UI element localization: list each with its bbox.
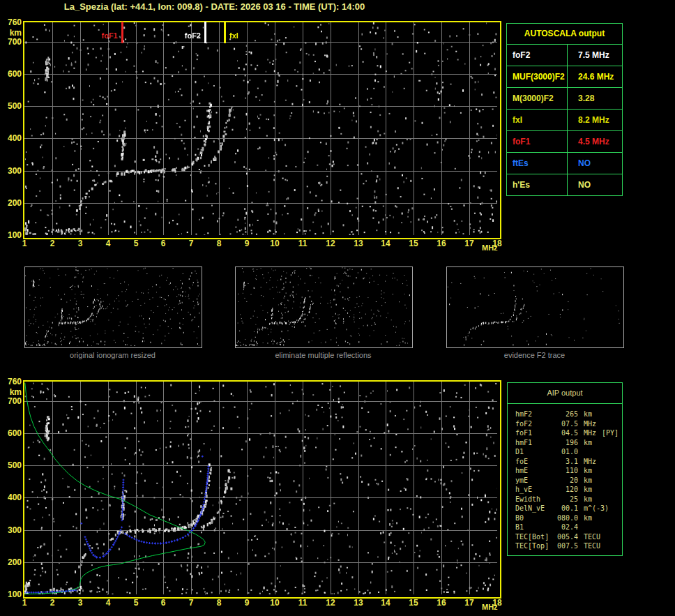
profile-x-tick-label: 16 bbox=[437, 598, 446, 608]
aip-row-label: B1 bbox=[515, 523, 554, 532]
aip-row-value: 3.1 bbox=[554, 457, 578, 467]
profile-x-tick-label: 13 bbox=[354, 598, 363, 608]
ionogram-x-tick-label: 3 bbox=[78, 239, 83, 248]
autoscala-row-label: foF1 bbox=[507, 131, 568, 152]
profile-y-tick-label: 500 bbox=[1, 460, 22, 470]
autoscala-row-value: 8.2 MHz bbox=[568, 110, 622, 130]
autoscala-row-label: MUF(3000)F2 bbox=[507, 66, 568, 87]
profile-x-tick-label: 6 bbox=[161, 598, 166, 608]
thumbnail-f2-trace-canvas bbox=[447, 267, 622, 346]
profile-x-tick-label: 15 bbox=[409, 598, 418, 608]
aip-row-label: foF1 bbox=[515, 428, 554, 438]
autoscala-row-value: 4.5 MHz bbox=[568, 131, 622, 152]
autoscala-row-fxI: fxI8.2 MHz bbox=[507, 109, 622, 130]
aip-row-label: ymE bbox=[515, 476, 554, 486]
autoscala-row-M(3000)F2: M(3000)F23.28 bbox=[507, 87, 622, 109]
autoscala-table-header: AUTOSCALA output bbox=[507, 24, 622, 44]
profile-y-tick-label: 300 bbox=[1, 525, 22, 535]
autoscala-row-value: 3.28 bbox=[568, 88, 622, 109]
aip-row-hmF2: hmF2265km bbox=[515, 410, 622, 419]
aip-table-rows: hmF2265kmfoF207.5MHzfoF104.5MHz[PY]hmF11… bbox=[508, 404, 622, 555]
aip-row-value: 25 bbox=[554, 495, 578, 504]
profile-y-tick-label: 400 bbox=[1, 493, 22, 502]
ionogram-y-tick-label: 300 bbox=[1, 166, 22, 176]
aip-row-value: 120 bbox=[554, 485, 578, 495]
aip-row-unit: km bbox=[584, 466, 592, 476]
aip-row-label: DelN_vE bbox=[515, 504, 554, 513]
profile-y-axis-unit-label: km bbox=[1, 387, 22, 397]
thumbnail-caption-original: original ionogram resized bbox=[24, 351, 201, 359]
autoscala-row-label: h'Es bbox=[507, 174, 568, 195]
page-title: La_Spezia (lat: +44.1, lon: 009.8) - DAT… bbox=[24, 1, 404, 12]
aip-row-unit: MHz bbox=[584, 419, 596, 429]
aip-row-label: hmF2 bbox=[515, 410, 554, 419]
ionogram-x-tick-label: 13 bbox=[354, 239, 363, 248]
autoscala-row-value: NO bbox=[568, 174, 622, 195]
autoscala-row-ftEs: ftEsNO bbox=[507, 152, 622, 174]
aip-row-ymE: ymE20km bbox=[515, 476, 622, 486]
autoscala-row-value: NO bbox=[568, 153, 622, 174]
aip-row-unit: km bbox=[584, 476, 592, 486]
aip-row-unit: TECU bbox=[584, 532, 600, 542]
profile-x-tick-label: 9 bbox=[245, 598, 250, 608]
marker-fxI-label: fxI bbox=[229, 31, 238, 40]
thumbnail-multiple-reflections-canvas bbox=[236, 267, 411, 346]
ionogram-y-tick-label: 760 bbox=[1, 17, 22, 27]
autoscala-row-foF2: foF27.5 MHz bbox=[507, 44, 622, 66]
profile-y-tick-label: 700 bbox=[1, 396, 22, 406]
profile-y-tick-label: 100 bbox=[1, 589, 22, 599]
aip-row-TEC[Bot]: TEC[Bot]005.4TECU bbox=[515, 532, 622, 542]
autoscala-ionogram-window: La_Spezia (lat: +44.1, lon: 009.8) - DAT… bbox=[0, 0, 675, 616]
ionogram-x-tick-label: 16 bbox=[437, 239, 446, 248]
aip-row-label: Ewidth bbox=[515, 495, 554, 504]
aip-row-label: TEC[Bot] bbox=[515, 532, 554, 542]
profile-x-axis-unit-label: MHz bbox=[482, 603, 498, 611]
ionogram-plot bbox=[23, 21, 501, 239]
profile-x-tick-label: 2 bbox=[50, 598, 55, 608]
aip-row-value: 265 bbox=[554, 410, 578, 419]
aip-row-TEC[Top]: TEC[Top]007.5TECU bbox=[515, 541, 622, 551]
aip-row-value: 080.0 bbox=[554, 513, 578, 523]
aip-table-header: AIP output bbox=[508, 383, 622, 404]
profile-x-tick-label: 11 bbox=[298, 598, 308, 608]
aip-row-hmF1: hmF1196km bbox=[515, 438, 622, 448]
aip-row-label: hmF1 bbox=[515, 438, 554, 448]
profile-x-tick-label: 4 bbox=[106, 598, 111, 608]
aip-row-label: foF2 bbox=[515, 419, 554, 429]
autoscala-table-rows: foF27.5 MHzMUF(3000)F224.6 MHzM(3000)F23… bbox=[507, 44, 622, 195]
aip-row-B0: B0080.0km bbox=[515, 513, 622, 523]
profile-canvas bbox=[24, 382, 497, 594]
marker-fxI-line bbox=[224, 22, 226, 43]
profile-x-tick-label: 7 bbox=[189, 598, 194, 608]
marker-foF1-label: foF1 bbox=[102, 31, 118, 40]
aip-row-foE: foE3.1MHz bbox=[515, 457, 622, 467]
autoscala-output-table: AUTOSCALA output foF27.5 MHzMUF(3000)F22… bbox=[506, 23, 623, 196]
aip-row-foF1: foF104.5MHz[PY] bbox=[515, 428, 622, 438]
aip-row-value: 04.5 bbox=[554, 428, 578, 438]
ionogram-x-tick-label: 2 bbox=[50, 239, 55, 248]
profile-x-tick-label: 1 bbox=[22, 598, 27, 608]
aip-row-extra: [PY] bbox=[602, 428, 619, 438]
ionogram-y-tick-label: 200 bbox=[1, 198, 22, 208]
aip-row-label: B0 bbox=[515, 513, 554, 523]
thumbnail-f2-trace bbox=[446, 266, 624, 348]
aip-row-value: 20 bbox=[554, 476, 578, 486]
autoscala-row-value: 24.6 MHz bbox=[568, 66, 622, 87]
ionogram-x-tick-label: 5 bbox=[134, 239, 139, 248]
profile-plot bbox=[23, 380, 501, 599]
aip-row-value: 01.0 bbox=[554, 447, 578, 457]
aip-row-value: 005.4 bbox=[554, 532, 578, 542]
autoscala-row-label: ftEs bbox=[507, 153, 568, 174]
thumbnail-caption-evidence: evidence F2 trace bbox=[446, 351, 623, 359]
aip-row-label: foE bbox=[515, 457, 554, 467]
autoscala-row-h'Es: h'EsNO bbox=[507, 174, 622, 195]
ionogram-y-tick-label: 500 bbox=[1, 101, 22, 111]
ionogram-x-tick-label: 15 bbox=[409, 239, 418, 248]
thumbnail-original-ionogram bbox=[24, 266, 202, 348]
profile-y-tick-label: 600 bbox=[1, 428, 22, 438]
aip-row-value: 02.4 bbox=[554, 523, 578, 532]
marker-foF1-line bbox=[121, 22, 123, 43]
ionogram-x-tick-label: 7 bbox=[189, 239, 194, 248]
autoscala-row-MUF(3000)F2: MUF(3000)F224.6 MHz bbox=[507, 66, 622, 87]
ionogram-y-tick-label: 100 bbox=[1, 230, 22, 240]
